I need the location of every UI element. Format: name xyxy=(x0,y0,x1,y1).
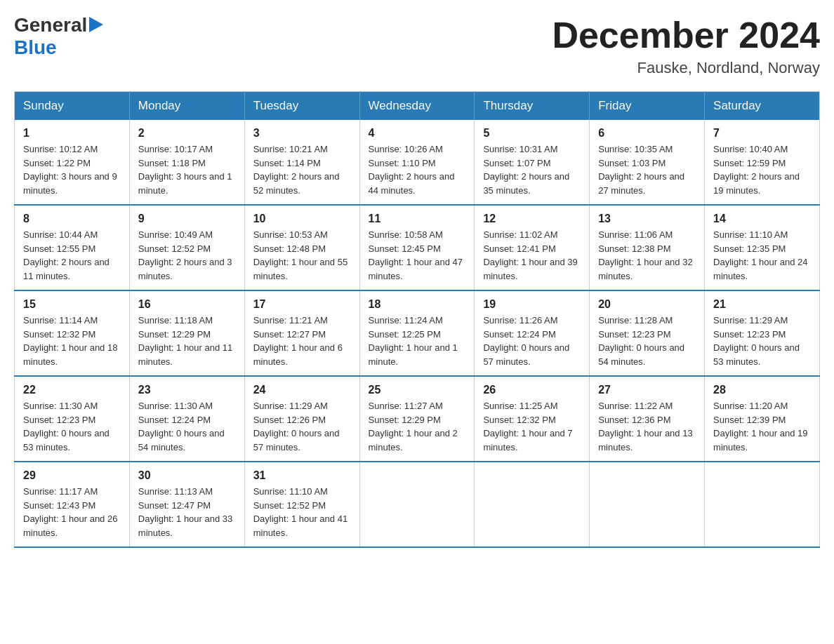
table-row: 2 Sunrise: 10:17 AMSunset: 1:18 PMDaylig… xyxy=(129,120,244,205)
day-info: Sunrise: 10:17 AMSunset: 1:18 PMDaylight… xyxy=(138,142,236,197)
day-info: Sunrise: 10:35 AMSunset: 1:03 PMDaylight… xyxy=(598,142,696,197)
day-number: 22 xyxy=(23,384,121,396)
day-info: Sunrise: 11:18 AMSunset: 12:29 PMDayligh… xyxy=(138,314,236,368)
table-row: 21 Sunrise: 11:29 AMSunset: 12:23 PMDayl… xyxy=(705,290,820,376)
table-row: 4 Sunrise: 10:26 AMSunset: 1:10 PMDaylig… xyxy=(359,120,475,205)
table-row: 6 Sunrise: 10:35 AMSunset: 1:03 PMDaylig… xyxy=(590,120,705,205)
page-header: General Blue December 2024 Fauske, Nordl… xyxy=(14,14,820,77)
table-row: 14 Sunrise: 11:10 AMSunset: 12:35 PMDayl… xyxy=(705,205,820,290)
table-row: 27 Sunrise: 11:22 AMSunset: 12:36 PMDayl… xyxy=(590,376,705,462)
table-row: 29 Sunrise: 11:17 AMSunset: 12:43 PMDayl… xyxy=(15,462,130,547)
logo-general-text: General xyxy=(14,14,87,36)
table-row xyxy=(475,462,590,547)
day-number: 17 xyxy=(253,298,351,311)
day-number: 4 xyxy=(369,127,466,140)
table-row: 26 Sunrise: 11:25 AMSunset: 12:32 PMDayl… xyxy=(475,376,590,462)
day-info: Sunrise: 11:27 AMSunset: 12:29 PMDayligh… xyxy=(369,399,466,454)
day-number: 16 xyxy=(138,298,236,311)
day-number: 8 xyxy=(23,213,121,225)
day-number: 14 xyxy=(713,213,811,225)
day-info: Sunrise: 11:10 AMSunset: 12:52 PMDayligh… xyxy=(253,485,351,539)
day-info: Sunrise: 10:12 AMSunset: 1:22 PMDaylight… xyxy=(23,142,121,197)
day-info: Sunrise: 11:28 AMSunset: 12:23 PMDayligh… xyxy=(598,314,696,368)
day-info: Sunrise: 11:30 AMSunset: 12:23 PMDayligh… xyxy=(23,399,121,454)
table-row: 25 Sunrise: 11:27 AMSunset: 12:29 PMDayl… xyxy=(359,376,475,462)
table-row: 7 Sunrise: 10:40 AMSunset: 12:59 PMDayli… xyxy=(705,120,820,205)
header-thursday: Thursday xyxy=(475,92,590,121)
day-number: 3 xyxy=(253,127,351,140)
table-row: 11 Sunrise: 10:58 AMSunset: 12:45 PMDayl… xyxy=(359,205,475,290)
day-number: 19 xyxy=(483,298,581,311)
day-number: 25 xyxy=(369,384,466,396)
table-row: 19 Sunrise: 11:26 AMSunset: 12:24 PMDayl… xyxy=(475,290,590,376)
table-row: 30 Sunrise: 11:13 AMSunset: 12:47 PMDayl… xyxy=(129,462,244,547)
day-number: 7 xyxy=(713,127,811,140)
day-number: 20 xyxy=(598,298,696,311)
day-info: Sunrise: 10:40 AMSunset: 12:59 PMDayligh… xyxy=(713,142,811,197)
day-number: 9 xyxy=(138,213,236,225)
title-block: December 2024 Fauske, Nordland, Norway xyxy=(552,14,820,77)
day-number: 6 xyxy=(598,127,696,140)
day-number: 24 xyxy=(253,384,351,396)
day-number: 12 xyxy=(483,213,581,225)
day-info: Sunrise: 11:20 AMSunset: 12:39 PMDayligh… xyxy=(713,399,811,454)
day-info: Sunrise: 10:53 AMSunset: 12:48 PMDayligh… xyxy=(253,228,351,283)
day-number: 18 xyxy=(369,298,466,311)
day-number: 13 xyxy=(598,213,696,225)
header-monday: Monday xyxy=(129,92,244,121)
subtitle: Fauske, Nordland, Norway xyxy=(552,59,820,77)
day-info: Sunrise: 10:21 AMSunset: 1:14 PMDaylight… xyxy=(253,142,351,197)
header-saturday: Saturday xyxy=(705,92,820,121)
day-info: Sunrise: 11:14 AMSunset: 12:32 PMDayligh… xyxy=(23,314,121,368)
day-number: 26 xyxy=(483,384,581,396)
calendar-body: 1 Sunrise: 10:12 AMSunset: 1:22 PMDaylig… xyxy=(15,120,820,547)
day-info: Sunrise: 11:29 AMSunset: 12:23 PMDayligh… xyxy=(713,314,811,368)
header-friday: Friday xyxy=(590,92,705,121)
day-info: Sunrise: 11:22 AMSunset: 12:36 PMDayligh… xyxy=(598,399,696,454)
table-row: 13 Sunrise: 11:06 AMSunset: 12:38 PMDayl… xyxy=(590,205,705,290)
main-title: December 2024 xyxy=(552,14,820,56)
table-row: 5 Sunrise: 10:31 AMSunset: 1:07 PMDaylig… xyxy=(475,120,590,205)
day-info: Sunrise: 11:24 AMSunset: 12:25 PMDayligh… xyxy=(369,314,466,368)
day-number: 28 xyxy=(713,384,811,396)
day-number: 29 xyxy=(23,469,121,482)
table-row: 16 Sunrise: 11:18 AMSunset: 12:29 PMDayl… xyxy=(129,290,244,376)
table-row xyxy=(705,462,820,547)
table-row: 9 Sunrise: 10:49 AMSunset: 12:52 PMDayli… xyxy=(129,205,244,290)
day-info: Sunrise: 10:31 AMSunset: 1:07 PMDaylight… xyxy=(483,142,581,197)
day-info: Sunrise: 10:58 AMSunset: 12:45 PMDayligh… xyxy=(369,228,466,283)
svg-marker-0 xyxy=(89,17,103,32)
day-number: 27 xyxy=(598,384,696,396)
table-row: 1 Sunrise: 10:12 AMSunset: 1:22 PMDaylig… xyxy=(15,120,130,205)
table-row: 15 Sunrise: 11:14 AMSunset: 12:32 PMDayl… xyxy=(15,290,130,376)
table-row: 17 Sunrise: 11:21 AMSunset: 12:27 PMDayl… xyxy=(244,290,359,376)
day-info: Sunrise: 11:26 AMSunset: 12:24 PMDayligh… xyxy=(483,314,581,368)
day-number: 5 xyxy=(483,127,581,140)
table-row: 3 Sunrise: 10:21 AMSunset: 1:14 PMDaylig… xyxy=(244,120,359,205)
header-sunday: Sunday xyxy=(15,92,130,121)
table-row: 22 Sunrise: 11:30 AMSunset: 12:23 PMDayl… xyxy=(15,376,130,462)
table-row: 28 Sunrise: 11:20 AMSunset: 12:39 PMDayl… xyxy=(705,376,820,462)
calendar-table: Sunday Monday Tuesday Wednesday Thursday… xyxy=(14,91,820,548)
day-info: Sunrise: 11:06 AMSunset: 12:38 PMDayligh… xyxy=(598,228,696,283)
day-info: Sunrise: 11:02 AMSunset: 12:41 PMDayligh… xyxy=(483,228,581,283)
day-info: Sunrise: 10:49 AMSunset: 12:52 PMDayligh… xyxy=(138,228,236,283)
logo: General Blue xyxy=(14,14,103,59)
logo-blue-text: Blue xyxy=(14,36,57,58)
table-row: 24 Sunrise: 11:29 AMSunset: 12:26 PMDayl… xyxy=(244,376,359,462)
table-row: 10 Sunrise: 10:53 AMSunset: 12:48 PMDayl… xyxy=(244,205,359,290)
day-number: 31 xyxy=(253,469,351,482)
day-info: Sunrise: 11:10 AMSunset: 12:35 PMDayligh… xyxy=(713,228,811,283)
day-number: 2 xyxy=(138,127,236,140)
table-row xyxy=(359,462,475,547)
day-info: Sunrise: 11:17 AMSunset: 12:43 PMDayligh… xyxy=(23,485,121,539)
table-row xyxy=(590,462,705,547)
day-info: Sunrise: 11:21 AMSunset: 12:27 PMDayligh… xyxy=(253,314,351,368)
table-row: 20 Sunrise: 11:28 AMSunset: 12:23 PMDayl… xyxy=(590,290,705,376)
calendar-header: Sunday Monday Tuesday Wednesday Thursday… xyxy=(15,92,820,121)
day-number: 1 xyxy=(23,127,121,140)
table-row: 31 Sunrise: 11:10 AMSunset: 12:52 PMDayl… xyxy=(244,462,359,547)
logo-arrow-icon xyxy=(89,17,103,32)
day-number: 15 xyxy=(23,298,121,311)
header-wednesday: Wednesday xyxy=(359,92,475,121)
